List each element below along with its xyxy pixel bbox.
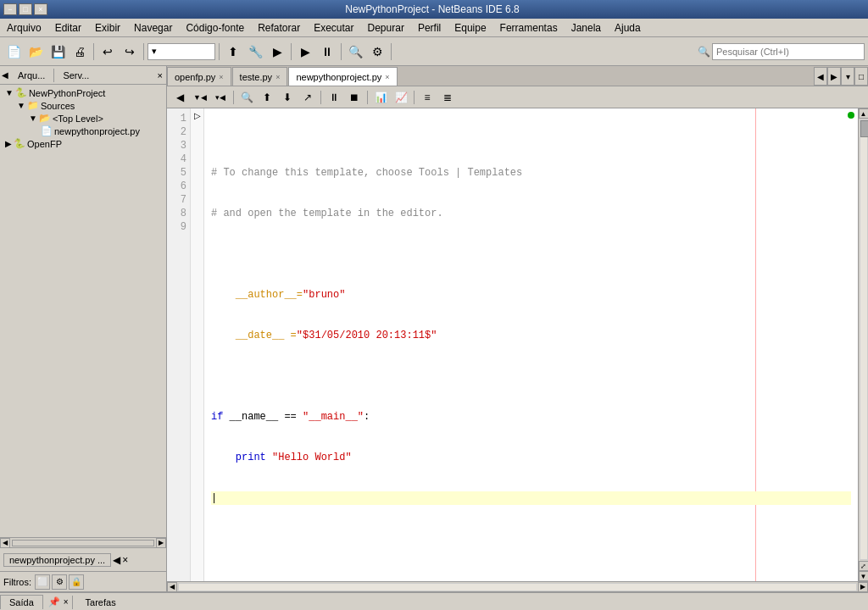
menu-equipe[interactable]: Equipe	[448, 20, 492, 36]
menu-depurar[interactable]: Depurar	[361, 20, 411, 36]
menu-arquivo[interactable]: Arquivo	[0, 20, 48, 36]
fold-btn-1[interactable]: ▷	[191, 108, 203, 122]
menu-refatorar[interactable]: Refatorar	[251, 20, 307, 36]
vscroll-thumb[interactable]	[860, 120, 869, 137]
panel-collapse-btn[interactable]: ◀	[0, 70, 10, 80]
hscroll-left-btn[interactable]: ◀	[0, 538, 10, 548]
save-button[interactable]: 💾	[47, 42, 68, 62]
tree-arrow-sources[interactable]: ▼	[17, 101, 25, 110]
open-button[interactable]: 📂	[25, 42, 46, 62]
tab-nav-maximize[interactable]: □	[854, 67, 868, 86]
code-line-2: # and open the template in the editor.	[211, 207, 851, 220]
ed-btn-7[interactable]: ↗	[298, 89, 317, 106]
hscroll-right-btn[interactable]: ▶	[156, 538, 166, 548]
new-button[interactable]: 📄	[3, 42, 24, 62]
ed-btn-8[interactable]: ⏸	[325, 89, 343, 106]
menu-executar[interactable]: Executar	[307, 20, 360, 36]
toolbar-btn-a[interactable]: ⬆	[223, 42, 243, 62]
ed-btn-3[interactable]: ▾◀	[211, 89, 230, 106]
tab-nav-right[interactable]: ▶	[827, 67, 841, 86]
menu-ferramentas[interactable]: Ferramentas	[493, 20, 565, 36]
output-tab-tasks-label: Tarefas	[86, 597, 116, 607]
restore-button[interactable]: □	[19, 3, 32, 15]
undo-button[interactable]: ↩	[97, 42, 118, 62]
search-input[interactable]	[712, 43, 865, 60]
tree-item-sources[interactable]: ▼ 📁 Sources	[2, 99, 164, 112]
ed-btn-13[interactable]: ≣	[438, 89, 457, 106]
panel-bottom-collapse[interactable]: ◀	[113, 554, 120, 566]
ed-btn-6[interactable]: ⬇	[278, 89, 297, 106]
toolbar-btn-d[interactable]: ▶	[295, 42, 315, 62]
ed-btn-11[interactable]: 📈	[392, 89, 410, 106]
hscroll-right-btn-editor[interactable]: ▶	[858, 582, 868, 592]
tab-nav-left[interactable]: ◀	[814, 67, 827, 86]
output-pin-icon[interactable]: 📌	[45, 596, 64, 607]
output-tab-saida[interactable]: Saída	[0, 595, 43, 609]
editor-tab-teste-close[interactable]: ×	[275, 73, 280, 81]
menu-exibir[interactable]: Exibir	[88, 20, 127, 36]
toolbar-dropdown[interactable]: ▾	[147, 43, 215, 60]
panel-bottom-tab[interactable]: newpythonproject.py ...	[3, 553, 111, 567]
toolbar-btn-g[interactable]: ⚙	[367, 42, 387, 62]
code-keyword-print: print	[236, 452, 266, 463]
toolbar-btn-c[interactable]: ▶	[267, 42, 287, 62]
vscroll-track[interactable]	[860, 119, 868, 560]
panel-bottom-close[interactable]: ×	[122, 554, 128, 566]
ed-sep-3	[367, 91, 368, 104]
menu-editar[interactable]: Editar	[48, 20, 88, 36]
fold-spacer-1	[191, 122, 203, 136]
ed-btn-5[interactable]: ⬆	[258, 89, 276, 106]
tree-arrow-project[interactable]: ▼	[5, 88, 14, 97]
menu-codigo-fonte[interactable]: Código-fonte	[179, 20, 251, 36]
tab-nav-down[interactable]: ▾	[841, 67, 854, 86]
line-num-2: 2	[170, 125, 186, 139]
ed-btn-zoom[interactable]: 🔍	[237, 89, 256, 106]
ed-btn-forward[interactable]: ▼◀	[191, 89, 209, 106]
vscroll-up-btn[interactable]: ▲	[859, 108, 869, 119]
menu-navegar[interactable]: Navegar	[127, 20, 179, 36]
code-var-author: __author__="bruno"	[236, 289, 346, 301]
panel-close-btn[interactable]: ×	[154, 70, 166, 80]
tree-item-toplevel[interactable]: ▼ 📂 <Top Level>	[2, 112, 164, 125]
tree-arrow-openfp[interactable]: ▶	[5, 139, 12, 148]
minimize-button[interactable]: −	[3, 3, 17, 15]
toolbar-btn-f[interactable]: 🔍	[345, 42, 365, 62]
menu-perfil[interactable]: Perfil	[411, 20, 448, 36]
panel-tab-arqu[interactable]: Arqu...	[10, 68, 53, 83]
ed-btn-back[interactable]: ◀	[170, 89, 189, 106]
toolbar-btn-e[interactable]: ⏸	[317, 42, 337, 62]
vscroll-extra-btn[interactable]: ⤢	[859, 561, 869, 571]
editor-tab-openfp-close[interactable]: ×	[219, 73, 223, 81]
editor-tab-teste[interactable]: teste.py ×	[232, 67, 288, 86]
output-close-btn[interactable]: ×	[64, 597, 69, 607]
ed-btn-10[interactable]: 📊	[371, 89, 390, 106]
editor-tab-main[interactable]: newpythonproject.py ×	[288, 67, 397, 86]
vscroll-down-btn[interactable]: ▼	[859, 571, 869, 581]
tree-item-openfp[interactable]: ▶ 🐍 OpenFP	[2, 137, 164, 150]
ed-btn-9[interactable]: ⏹	[345, 89, 364, 106]
editor-tab-openfp[interactable]: openfp.py ×	[167, 67, 231, 86]
menu-janela[interactable]: Janela	[565, 20, 608, 36]
toolbar-btn-b[interactable]: 🔧	[245, 42, 265, 62]
print-button[interactable]: 🖨	[70, 42, 90, 62]
filter-btn-3[interactable]: 🔒	[69, 574, 84, 590]
tree-item-project[interactable]: ▼ 🐍 NewPythonProject	[2, 86, 164, 99]
output-panel: Saída 📌 × Tarefas OpenFP × NewPythonProj…	[0, 591, 868, 610]
hscroll-left-btn-editor[interactable]: ◀	[167, 582, 177, 592]
hscroll-track[interactable]	[12, 540, 154, 546]
output-tab-tasks[interactable]: Tarefas	[76, 595, 125, 610]
redo-button[interactable]: ↪	[120, 42, 140, 62]
hscroll-track-editor[interactable]	[178, 583, 857, 591]
filter-btn-2[interactable]: ⚙	[52, 574, 67, 590]
line-num-8: 8	[170, 207, 186, 220]
code-content[interactable]: # To change this template, choose Tools …	[204, 108, 858, 581]
tree-item-file[interactable]: 📄 newpythonproject.py	[2, 125, 164, 137]
menu-ajuda[interactable]: Ajuda	[608, 20, 648, 36]
tree-arrow-toplevel[interactable]: ▼	[29, 114, 37, 123]
ed-btn-12[interactable]: ≡	[418, 89, 437, 106]
panel-tab-serv[interactable]: Serv...	[55, 68, 97, 83]
close-button[interactable]: ×	[34, 3, 47, 15]
editor-tab-main-close[interactable]: ×	[385, 73, 389, 81]
filters-bar: Filtros: ⬜ ⚙ 🔒	[0, 571, 166, 591]
filter-btn-1[interactable]: ⬜	[35, 574, 50, 590]
